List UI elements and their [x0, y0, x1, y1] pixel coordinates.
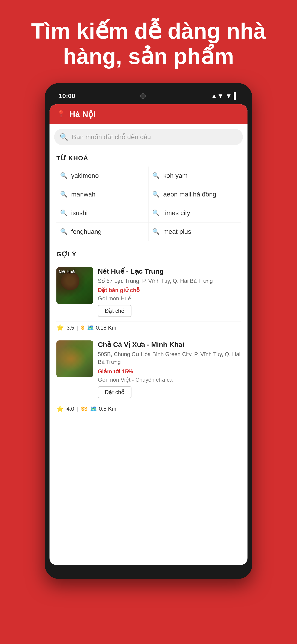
star-icon-2: ⭐: [56, 406, 64, 412]
keyword-item-fenghuang[interactable]: 🔍 fenghuang: [56, 222, 148, 241]
separator-1: |: [77, 324, 78, 331]
restaurant-info-1: Nét Huế - Lạc Trung Số 57 Lạc Trung, P. …: [98, 267, 240, 317]
restaurant-image-2: [56, 340, 93, 377]
hero-title: Tìm kiếm dễ dàng nhà hàng, sản phẩm: [14, 18, 283, 69]
restaurant-type-1: Gọi món Huế: [98, 295, 240, 302]
restaurant-footer-1: ⭐ 3.5 | $ 🗺️ 0.18 Km: [56, 322, 240, 336]
search-placeholder: Bạn muốn đặt chỗ đến đâu: [72, 133, 151, 141]
hero-section: Tìm kiếm dễ dàng nhà hàng, sản phẩm: [0, 0, 297, 83]
restaurant-type-2: Gọi món Việt - Chuyên chả cá: [98, 376, 240, 383]
keyword-item-aeonmall[interactable]: 🔍 aeon mall hà đông: [148, 185, 240, 204]
restaurant-card-2: Chả Cá Vị Xưa - Minh Khai 505B, Chung Cư…: [56, 336, 240, 403]
restaurant-image-1: [56, 267, 93, 304]
restaurant-card-1: Nét Huế - Lạc Trung Số 57 Lạc Trung, P. …: [56, 262, 240, 322]
star-icon-1: ⭐: [56, 324, 64, 331]
restaurant-info-2: Chả Cá Vị Xưa - Minh Khai 505B, Chung Cư…: [98, 340, 240, 398]
restaurant-name-1: Nét Huế - Lạc Trung: [98, 267, 240, 275]
keyword-search-icon: 🔍: [60, 228, 68, 235]
search-bar[interactable]: 🔍 Bạn muốn đặt chỗ đến đâu: [54, 129, 243, 145]
restaurant-address-1: Số 57 Lạc Trung, P. Vĩnh Tuy, Q. Hai Bà …: [98, 277, 240, 285]
keyword-label: times city: [163, 209, 190, 217]
restaurant-address-2: 505B, Chung Cư Hòa Bình Green City, P. V…: [98, 350, 240, 366]
suggestions-section: GỢI Ý Nét Huế - Lạc Trung Số 57 Lạc Trun…: [50, 244, 248, 420]
keyword-search-icon: 🔍: [60, 172, 68, 179]
location-bar[interactable]: 📍 Hà Nội: [50, 104, 248, 124]
separator-2: |: [77, 406, 78, 412]
signal-icon: ▲▼: [211, 92, 224, 100]
time-display: 10:00: [59, 92, 75, 100]
keyword-search-icon: 🔍: [152, 172, 160, 179]
phone-camera: [140, 93, 146, 99]
location-text: Hà Nội: [69, 110, 240, 119]
keyword-label: fenghuang: [71, 228, 102, 236]
keyword-search-icon: 🔍: [152, 209, 160, 216]
keyword-label: meat plus: [163, 228, 191, 236]
keyword-label: manwah: [71, 191, 96, 198]
phone-screen: 📍 Hà Nội 🔍 Bạn muốn đặt chỗ đến đâu TỪ K…: [50, 104, 248, 565]
book-button-1[interactable]: Đặt chỗ: [98, 305, 132, 317]
keywords-section: TỪ KHOÁ 🔍 yakimono 🔍 koh yam 🔍 manwah 🔍 …: [50, 148, 248, 244]
search-icon: 🔍: [60, 133, 68, 141]
keyword-search-icon: 🔍: [152, 228, 160, 235]
keyword-label: isushi: [71, 209, 88, 217]
restaurant-name-2: Chả Cá Vị Xưa - Minh Khai: [98, 340, 240, 348]
keyword-item-manwah[interactable]: 🔍 manwah: [56, 185, 148, 204]
book-button-2[interactable]: Đặt chỗ: [98, 386, 132, 398]
suggestions-section-title: GỢI Ý: [56, 250, 240, 258]
restaurant-promo-1: Đặt bàn giữ chỗ: [98, 287, 240, 294]
location-icon: 📍: [56, 110, 66, 118]
food-image-1: [56, 267, 93, 304]
keyword-item-yakimono[interactable]: 🔍 yakimono: [56, 166, 148, 185]
distance-text-1: 0.18 Km: [96, 324, 116, 331]
distance-text-2: 0.5 Km: [99, 406, 116, 412]
keyword-item-isushi[interactable]: 🔍 isushi: [56, 204, 148, 222]
keyword-label: aeon mall hà đông: [163, 191, 216, 198]
phone-mockup: 10:00 ▲▼ ▼ ▌ 📍 Hà Nội 🔍 Bạn muốn đặt chỗ…: [45, 83, 252, 579]
keywords-grid: 🔍 yakimono 🔍 koh yam 🔍 manwah 🔍 aeon mal…: [56, 166, 240, 241]
keyword-item-timescity[interactable]: 🔍 times city: [148, 204, 240, 222]
keyword-search-icon: 🔍: [60, 191, 68, 198]
map-icon-2: 🗺️: [90, 406, 97, 412]
map-icon-1: 🗺️: [87, 324, 94, 331]
keyword-search-icon: 🔍: [152, 191, 160, 198]
distance-wrapper-2: 🗺️ 0.5 Km: [90, 406, 116, 412]
battery-icon: ▌: [234, 92, 238, 100]
price-badge-1: $: [81, 324, 84, 331]
keyword-item-meatplus[interactable]: 🔍 meat plus: [148, 222, 240, 241]
wifi-icon: ▼: [226, 92, 232, 100]
rating-text-1: 3.5: [66, 324, 74, 331]
food-image-2: [56, 340, 93, 377]
restaurant-promo-2: Giảm tới 15%: [98, 368, 240, 375]
status-bar: 10:00 ▲▼ ▼ ▌: [50, 90, 248, 104]
keyword-label: koh yam: [163, 172, 188, 180]
rating-text-2: 4.0: [66, 406, 74, 412]
keyword-item-kohyam[interactable]: 🔍 koh yam: [148, 166, 240, 185]
keyword-label: yakimono: [71, 172, 99, 180]
keyword-search-icon: 🔍: [60, 209, 68, 216]
status-icons: ▲▼ ▼ ▌: [211, 92, 238, 100]
restaurant-footer-2: ⭐ 4.0 | $$ 🗺️ 0.5 Km: [56, 403, 240, 417]
distance-wrapper-1: 🗺️ 0.18 Km: [87, 324, 116, 331]
price-badge-2: $$: [81, 406, 88, 412]
keywords-section-title: TỪ KHOÁ: [56, 154, 240, 162]
